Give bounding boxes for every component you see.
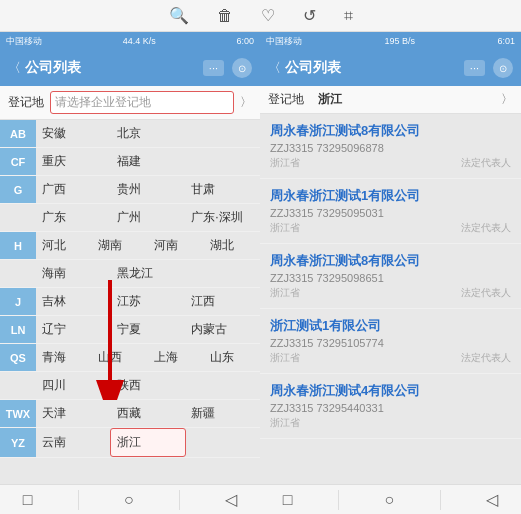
location-cell[interactable]: 北京: [111, 120, 186, 147]
location-cell[interactable]: 湖南: [92, 232, 148, 259]
right-nav-square[interactable]: □: [283, 491, 293, 509]
location-cell[interactable]: 山东: [204, 344, 260, 371]
right-more-button[interactable]: ···: [464, 60, 485, 76]
location-cell[interactable]: [185, 269, 260, 279]
location-cell[interactable]: 福建: [111, 148, 186, 175]
company-item[interactable]: 周永春浙江测试1有限公司ZZJ3315 73295095031浙江省法定代表人: [260, 179, 521, 244]
location-cell[interactable]: 江西: [185, 288, 260, 315]
location-cell[interactable]: [185, 129, 260, 139]
left-status-bar: 中国移动 44.4 K/s 6:00: [0, 32, 260, 50]
location-cell[interactable]: 内蒙古: [185, 316, 260, 343]
location-cell[interactable]: 吉林: [36, 288, 111, 315]
company-item[interactable]: 周永春浙江测试8有限公司ZZJ3315 73295096878浙江省法定代表人: [260, 114, 521, 179]
company-role: 法定代表人: [461, 286, 511, 300]
location-cell[interactable]: 海南: [36, 260, 111, 287]
company-id: ZZJ3315 73295096878: [270, 142, 511, 154]
location-cells: 海南黑龙江: [36, 260, 260, 287]
location-cell[interactable]: 重庆: [36, 148, 111, 175]
company-item[interactable]: 浙江测试1有限公司ZZJ3315 73295105774浙江省法定代表人: [260, 309, 521, 374]
left-filter-select[interactable]: 请选择企业登记地: [50, 91, 234, 114]
refresh-icon[interactable]: ↺: [303, 6, 316, 25]
right-filter-value: 浙江: [318, 91, 342, 108]
company-role: 法定代表人: [461, 351, 511, 365]
location-cells: 河北湖南河南湖北: [36, 232, 260, 259]
company-id: ZZJ3315 73295105774: [270, 337, 511, 349]
left-target-button[interactable]: ⊙: [232, 58, 252, 78]
location-cells: 重庆福建: [36, 148, 260, 175]
left-nav-title: 公司列表: [25, 59, 203, 77]
right-target-button[interactable]: ⊙: [493, 58, 513, 78]
location-cell[interactable]: 广东·深圳: [185, 204, 260, 231]
location-cell[interactable]: 云南: [36, 429, 110, 456]
location-cell[interactable]: 广西: [36, 176, 111, 203]
left-more-button[interactable]: ···: [203, 60, 224, 76]
left-filter-row: 登记地 请选择企业登记地 〉: [0, 86, 260, 120]
company-name: 浙江测试1有限公司: [270, 317, 511, 335]
company-meta: 浙江省法定代表人: [270, 286, 511, 300]
location-row: LN辽宁宁夏内蒙古: [0, 316, 260, 344]
company-item[interactable]: 周永春浙江测试4有限公司ZZJ3315 73295440331浙江省: [260, 374, 521, 439]
right-status-bar: 中国移动 195 B/s 6:01: [260, 32, 521, 50]
company-meta: 浙江省法定代表人: [270, 351, 511, 365]
left-filter-placeholder: 请选择企业登记地: [55, 95, 151, 109]
location-cell[interactable]: [185, 157, 260, 167]
location-cell[interactable]: 西藏: [111, 400, 186, 427]
location-cell[interactable]: 上海: [148, 344, 204, 371]
location-tag: [0, 372, 36, 399]
location-tag: G: [0, 176, 36, 203]
crop-icon[interactable]: ⌗: [344, 7, 353, 25]
right-nav-bar: 〈 公司列表 ··· ⊙: [260, 50, 521, 86]
location-cell[interactable]: 青海: [36, 344, 92, 371]
location-tag: CF: [0, 148, 36, 175]
location-cell[interactable]: 广州: [111, 204, 186, 231]
location-cell[interactable]: 新疆: [185, 400, 260, 427]
location-tag: [0, 260, 36, 287]
location-row: H河北湖南河南湖北: [0, 232, 260, 260]
left-back-button[interactable]: 〈: [8, 59, 21, 77]
location-cell[interactable]: 天津: [36, 400, 111, 427]
location-cell[interactable]: 浙江: [110, 428, 186, 457]
location-cell[interactable]: [186, 438, 260, 448]
location-cells: 安徽北京: [36, 120, 260, 147]
location-cell[interactable]: 安徽: [36, 120, 111, 147]
location-cell[interactable]: 贵州: [111, 176, 186, 203]
company-item[interactable]: 周永春浙江测试8有限公司ZZJ3315 73295098651浙江省法定代表人: [260, 244, 521, 309]
location-cell[interactable]: [185, 381, 260, 391]
location-cell[interactable]: 宁夏: [111, 316, 186, 343]
location-cell[interactable]: 黑龙江: [111, 260, 186, 287]
location-row: G广西贵州甘肃: [0, 176, 260, 204]
location-cell[interactable]: 四川: [36, 372, 111, 399]
search-icon[interactable]: 🔍: [169, 6, 189, 25]
right-filter-row: 登记地 浙江 〉: [260, 86, 521, 114]
location-cell[interactable]: 广东: [36, 204, 111, 231]
location-cell[interactable]: 甘肃: [185, 176, 260, 203]
location-cell[interactable]: 山西: [92, 344, 148, 371]
location-cell[interactable]: 江苏: [111, 288, 186, 315]
right-nav-circle[interactable]: ○: [385, 491, 395, 509]
location-cells: 青海山西上海山东: [36, 344, 260, 371]
company-name: 周永春浙江测试8有限公司: [270, 252, 511, 270]
delete-icon[interactable]: 🗑: [217, 7, 233, 25]
heart-icon[interactable]: ♡: [261, 6, 275, 25]
right-back-button[interactable]: 〈: [268, 59, 281, 77]
location-cell[interactable]: 湖北: [204, 232, 260, 259]
location-tag: [0, 204, 36, 231]
location-cell[interactable]: 陕西: [111, 372, 186, 399]
location-cell[interactable]: 辽宁: [36, 316, 111, 343]
left-nav-square[interactable]: □: [23, 491, 33, 509]
left-nav-circle[interactable]: ○: [124, 491, 134, 509]
company-name: 周永春浙江测试4有限公司: [270, 382, 511, 400]
location-tag: QS: [0, 344, 36, 371]
left-filter-arrow: 〉: [240, 94, 252, 111]
location-cell[interactable]: 河南: [148, 232, 204, 259]
location-cell[interactable]: 河北: [36, 232, 92, 259]
company-id: ZZJ3315 73295095031: [270, 207, 511, 219]
right-nav-triangle[interactable]: ◁: [486, 490, 498, 509]
company-name: 周永春浙江测试1有限公司: [270, 187, 511, 205]
location-row: TWX天津西藏新疆: [0, 400, 260, 428]
right-filter-arrow: 〉: [501, 91, 513, 108]
location-row: 广东广州广东·深圳: [0, 204, 260, 232]
left-nav-triangle[interactable]: ◁: [225, 490, 237, 509]
left-panel: 中国移动 44.4 K/s 6:00 〈 公司列表 ··· ⊙ 登记地 请选择企…: [0, 32, 260, 514]
right-nav-divider1: [338, 490, 339, 510]
